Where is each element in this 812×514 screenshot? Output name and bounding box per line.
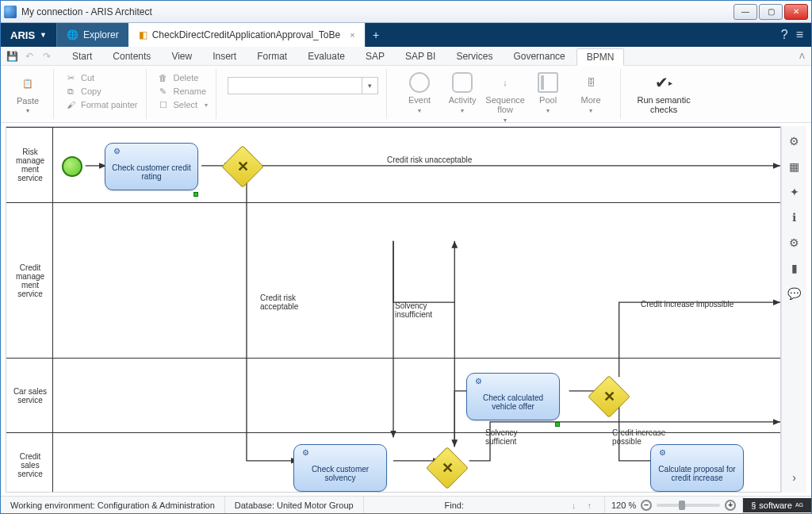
select-button[interactable]: ☐Select▾ — [158, 99, 209, 110]
tab-label: Explorer — [83, 29, 119, 40]
menu-icon[interactable]: ≡ — [796, 28, 803, 42]
app-tab-bar: ARIS ▼ 🌐 Explorer ◧ CheckDirectCreditApp… — [1, 23, 811, 47]
caret-down-icon: ▾ — [418, 107, 421, 114]
save-icon[interactable]: 💾 — [6, 50, 18, 63]
circle-icon — [409, 72, 430, 93]
close-button[interactable]: ✕ — [784, 4, 808, 20]
arrow-down-icon: ↓ — [495, 72, 515, 93]
cut-button[interactable]: ✂Cut — [65, 72, 138, 83]
lane-title: Credit manage ment service — [10, 263, 51, 298]
run-semantic-checks-button[interactable]: ✔▸ Run semantic checks — [632, 72, 695, 114]
pool-tool[interactable]: Pool▾ — [527, 72, 569, 114]
tab-model[interactable]: ◧ CheckDirectCreditApplicationApproval_T… — [128, 23, 365, 47]
menu-start[interactable]: Start — [63, 48, 102, 64]
zoom-slider[interactable] — [657, 504, 720, 507]
task-check-vehicle-offer[interactable]: ⚙ Check calculated vehicle offer — [466, 373, 560, 420]
symbol-selector[interactable]: ▾ — [228, 77, 378, 94]
zoom-value: 120 % — [611, 501, 636, 510]
menu-sap[interactable]: SAP — [356, 48, 394, 64]
ribbon: 📋 Paste ▾ ✂Cut ⧉Copy 🖌Format painter 🗑De… — [1, 66, 811, 123]
redo-icon[interactable]: ↷ — [40, 50, 53, 63]
dropdown-icon[interactable]: ▾ — [362, 78, 377, 94]
tab-explorer[interactable]: 🌐 Explorer — [56, 23, 128, 47]
brand-label: ARIS — [10, 29, 35, 41]
undo-icon[interactable]: ↶ — [23, 50, 36, 63]
collapse-panel-icon[interactable]: › — [787, 470, 802, 485]
scissors-icon: ✂ — [65, 72, 76, 83]
find-next-icon[interactable]: ↓ — [569, 501, 580, 510]
diagram-canvas[interactable]: Risk manage ment service Credit manage m… — [6, 126, 781, 493]
task-check-credit-rating[interactable]: ⚙ Check customer credit rating — [105, 143, 198, 190]
menu-format[interactable]: Format — [247, 48, 297, 64]
comment-icon[interactable]: 💬 — [787, 286, 802, 301]
gear-icon: ⚙ — [472, 377, 485, 389]
edge-label: Solvency sufficient — [485, 428, 533, 446]
gateway-credit-increase[interactable]: ✕ — [594, 382, 624, 412]
vendor-badge: § softwareAG — [743, 498, 811, 512]
gateway-credit-risk[interactable]: ✕ — [228, 152, 258, 182]
caret-down-icon: ▾ — [589, 107, 592, 114]
menu-evaluate[interactable]: Evaluate — [298, 48, 354, 64]
menu-contents[interactable]: Contents — [103, 48, 160, 64]
sequence-flow-tool[interactable]: ↓Sequence flow▾ — [484, 72, 527, 124]
caret-down-icon: ▾ — [461, 107, 464, 114]
gear-icon[interactable]: ⚙ — [787, 236, 802, 250]
delete-button[interactable]: 🗑Delete — [158, 72, 209, 83]
paste-label: Paste — [17, 96, 39, 105]
gateway-solvency[interactable]: ✕ — [432, 453, 462, 483]
start-event[interactable] — [62, 156, 82, 177]
menu-services[interactable]: Services — [446, 48, 502, 64]
copy-icon: ⧉ — [65, 86, 76, 97]
tab-label: CheckDirectCreditApplicationApproval_ToB… — [152, 29, 340, 40]
app-icon — [4, 6, 17, 18]
side-toolbar: ⚙ ▦ ✦ ℹ ⚙ ▮ 💬 › — [781, 126, 806, 493]
activity-tool[interactable]: Activity▾ — [441, 72, 484, 114]
format-painter-button[interactable]: 🖌Format painter — [65, 99, 138, 110]
minimize-button[interactable]: — — [733, 4, 757, 20]
grid-icon[interactable]: ▦ — [787, 159, 802, 174]
edge-label: Solvency insufficient — [395, 301, 442, 319]
menu-insert[interactable]: Insert — [203, 48, 246, 64]
zoom-in-button[interactable]: + — [725, 500, 736, 511]
task-calculate-proposal[interactable]: ⚙ Calculate proposal for credit increase — [650, 444, 744, 492]
menu-sapbi[interactable]: SAP BI — [396, 48, 445, 64]
gear-icon: ⚙ — [110, 147, 123, 159]
menu-view[interactable]: View — [162, 48, 201, 64]
help-icon[interactable]: ? — [781, 28, 788, 42]
brand-menu[interactable]: ARIS ▼ — [1, 23, 56, 47]
status-environment: Working environment: Configuration & Adm… — [1, 497, 225, 513]
paste-button[interactable]: 📋 Paste ▾ — [10, 72, 45, 114]
lane-title: Risk manage ment service — [10, 148, 51, 182]
caret-down-icon: ▼ — [40, 31, 47, 39]
marker-icon — [555, 422, 560, 427]
maximize-button[interactable]: ▢ — [759, 4, 783, 20]
lane-title: Credit sales service — [10, 451, 51, 478]
status-database: Database: United Motor Group — [225, 497, 364, 513]
event-tool[interactable]: Event▾ — [398, 72, 441, 114]
record-icon[interactable]: ▮ — [787, 261, 802, 275]
status-bar: Working environment: Configuration & Adm… — [1, 496, 811, 513]
task-label: Calculate proposal for credit increase — [657, 465, 737, 482]
puzzle-icon[interactable]: ✦ — [787, 185, 802, 199]
copy-button[interactable]: ⧉Copy — [65, 86, 138, 97]
caret-down-icon: ▾ — [205, 102, 208, 109]
edge-label: Credit risk acceptable — [260, 293, 308, 311]
lane-title: Car sales service — [10, 387, 51, 405]
zoom-out-button[interactable]: − — [641, 500, 652, 511]
task-check-solvency[interactable]: ⚙ Check customer solvency — [293, 444, 387, 492]
info-icon[interactable]: ℹ — [787, 210, 802, 224]
menu-governance[interactable]: Governance — [504, 48, 574, 64]
more-tool[interactable]: 🗄More▾ — [569, 72, 612, 114]
new-tab-button[interactable]: + — [365, 23, 387, 47]
find-input[interactable] — [469, 499, 564, 511]
edge-label: Credit increase impossible — [641, 300, 733, 309]
model-icon: ◧ — [139, 29, 147, 40]
menu-bpmn[interactable]: BPMN — [576, 48, 625, 66]
find-prev-icon[interactable]: ↑ — [584, 501, 595, 510]
pool-icon — [538, 72, 558, 93]
collapse-ribbon-icon[interactable]: ᐱ — [793, 52, 811, 60]
gear-icon[interactable]: ⚙ — [787, 134, 802, 148]
trash-icon: 🗑 — [158, 72, 169, 83]
close-tab-icon[interactable]: × — [350, 30, 354, 40]
rename-button[interactable]: ✎Rename — [158, 86, 209, 97]
